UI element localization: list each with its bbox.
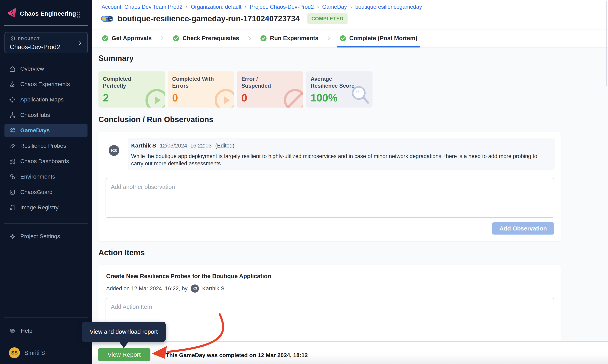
sidebar-accent-line (4, 25, 88, 26)
gear-icon (9, 233, 16, 240)
tab-label: Get Approvals (112, 35, 152, 42)
sidebar-item-chaos-dashboards[interactable]: Chaos Dashboards (4, 155, 88, 168)
breadcrumb-project[interactable]: Project: Chaos-Dev-Prod2 (250, 4, 314, 10)
tooltip-caret (119, 341, 129, 348)
summary-card-error-suspended: Error / Suspended 0 (237, 71, 303, 107)
sidebar-item-environments[interactable]: Environments (4, 170, 88, 183)
magnifier-icon (349, 84, 371, 106)
tab-label: Complete (Post Mortem) (349, 35, 417, 42)
view-report-button[interactable]: View Report (98, 348, 150, 361)
chevron-right-icon (77, 40, 83, 46)
project-selector[interactable]: PROJECT Chaos-Dev-Prod2 (4, 32, 88, 53)
page-title: boutique-resilience-gameday-run-17102407… (118, 14, 300, 23)
scrollbar[interactable] (606, 0, 608, 86)
user-menu[interactable]: SS Smriti S (9, 347, 45, 358)
action-item-title: Create New Resilience Probes for the Bou… (106, 273, 271, 280)
tab-get-approvals[interactable]: Get Approvals (102, 29, 152, 47)
flask-icon (9, 81, 16, 88)
comment-edited-label: (Edited) (215, 143, 235, 149)
test-tube-icon (9, 143, 16, 149)
card-value: 0 (241, 92, 247, 104)
breadcrumb-gameday-name[interactable]: boutiqueresiliencegameday (355, 4, 422, 10)
chaos-engineering-app: Chaos Engineering PROJECT Chaos-Dev-Prod… (0, 0, 608, 364)
observations-heading: Conclusion / Run Observations (98, 115, 213, 124)
card-value: 100% (311, 92, 338, 104)
check-circle-icon (102, 35, 109, 42)
sidebar-item-image-registry[interactable]: Image Registry (4, 201, 88, 214)
sidebar-item-application-maps[interactable]: Application Maps (4, 93, 88, 106)
lock-icon (9, 189, 16, 195)
app-title: Chaos Engineering (20, 10, 76, 17)
chevron-right-icon (246, 35, 252, 41)
sidebar-nav: Overview Chaos Experiments Application M… (0, 60, 92, 216)
tab-check-prerequisites[interactable]: Check Prerequisites (172, 29, 239, 47)
sidebar-item-label: ChaosHubs (20, 112, 50, 118)
breadcrumb: Account: Chaos Dev Team Prod2 › Organiza… (102, 4, 422, 10)
card-value: 0 (172, 92, 178, 104)
dashboard-icon (9, 158, 16, 165)
observations-card: KS Karthik S 12/03/2024, 16:22:03 (Edite… (98, 132, 561, 241)
action-item-meta: Added on 12 Mar 2024, 16:22, by KS Karth… (106, 285, 224, 293)
page-header: Account: Chaos Dev Team Prod2 › Organiza… (92, 0, 608, 29)
sidebar-item-label: Resilience Probes (20, 143, 66, 149)
stepper-tabs: Get Approvals Check Prerequisites Run Ex… (92, 30, 608, 47)
breadcrumb-gameday[interactable]: GameDay (322, 4, 347, 10)
observation-comment: Karthik S 12/03/2024, 16:22:03 (Edited) … (128, 138, 555, 170)
app-switcher-grid-icon[interactable] (73, 11, 81, 19)
users-icon (9, 127, 16, 134)
summary-card-completed-with-errors: Completed With Errors 0 (168, 71, 234, 107)
comment-body: While the boutique app deployment is lar… (131, 153, 543, 167)
sidebar-item-overview[interactable]: Overview (4, 62, 88, 76)
play-circle-icon (212, 86, 234, 107)
sidebar-item-label: Overview (20, 65, 44, 72)
summary-card-average-resilience-score: Average Resilience Score 100% (306, 71, 372, 107)
tab-label: Run Experiments (270, 35, 318, 42)
project-name: Chaos-Dev-Prod2 (10, 43, 83, 51)
sidebar-item-label: Chaos Dashboards (20, 158, 69, 165)
main-content: Summary Completed Perfectly 2 Completed … (92, 47, 608, 364)
svg-text:?: ? (11, 329, 13, 331)
sidebar-item-label: GameDays (20, 127, 50, 134)
sidebar-item-resilience-probes[interactable]: Resilience Probes (4, 139, 88, 153)
help-chat-icon: ? (9, 327, 16, 335)
completion-status: ✓ This GameDay was completed on 12 Mar 2… (157, 351, 308, 359)
tab-complete-post-mortem[interactable]: Complete (Post Mortem) (339, 29, 417, 47)
breadcrumb-separator: › (317, 4, 319, 10)
completion-text: This GameDay was completed on 12 Mar 202… (166, 352, 308, 359)
summary-heading: Summary (98, 54, 133, 63)
ban-circle-icon (281, 86, 303, 107)
summary-cards: Completed Perfectly 2 Completed With Err… (98, 71, 372, 107)
comment-author: Karthik S (131, 143, 156, 149)
sidebar-item-chaos-experiments[interactable]: Chaos Experiments (4, 78, 88, 91)
sidebar-item-gamedays[interactable]: GameDays (4, 124, 88, 137)
sidebar-item-label: ChaosGuard (20, 189, 53, 195)
tab-run-experiments[interactable]: Run Experiments (260, 29, 318, 47)
registry-icon (9, 204, 16, 211)
avatar: KS (109, 145, 119, 156)
hexagons-icon (9, 173, 16, 180)
sidebar-item-label: Application Maps (20, 96, 64, 103)
action-item-added-text: Added on 12 Mar 2024, 16:22, by (106, 286, 187, 292)
play-circle-icon (143, 86, 165, 107)
add-observation-button[interactable]: Add Observation (492, 222, 554, 234)
target-icon (9, 96, 16, 103)
breadcrumb-account[interactable]: Account: Chaos Dev Team Prod2 (102, 4, 183, 10)
chaos-logo-icon (7, 8, 17, 18)
breadcrumb-organization[interactable]: Organization: default (191, 4, 241, 10)
sidebar-item-project-settings[interactable]: Project Settings (4, 230, 88, 243)
view-report-tooltip: View and download report (82, 322, 166, 342)
summary-card-completed-perfectly: Completed Perfectly 2 (98, 71, 165, 107)
cube-icon (10, 36, 16, 42)
project-label: PROJECT (18, 37, 40, 41)
sidebar-item-chaosguard[interactable]: ChaosGuard (4, 185, 88, 199)
avatar: SS (9, 347, 20, 358)
home-icon (9, 65, 16, 72)
observation-input[interactable] (106, 178, 554, 218)
breadcrumb-separator: › (350, 4, 352, 10)
check-circle-icon (172, 35, 180, 42)
sidebar: Chaos Engineering PROJECT Chaos-Dev-Prod… (0, 0, 92, 364)
sidebar-item-chaoshubs[interactable]: ChaosHubs (4, 108, 88, 122)
check-circle-icon (260, 35, 267, 42)
chevron-right-icon (159, 35, 165, 41)
sidebar-item-help[interactable]: ? Help (4, 324, 88, 338)
